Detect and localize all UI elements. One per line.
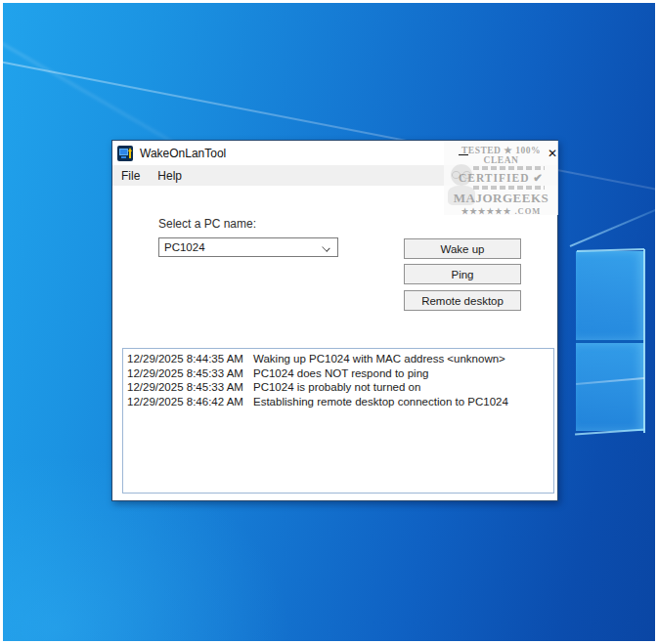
remote-desktop-button[interactable]: Remote desktop bbox=[404, 290, 521, 311]
wakeonlantool-window: WakeOnLanTool TESTED ★ 100% CLEAN CERTIF… bbox=[111, 140, 558, 501]
log-message: Waking up PC1024 with MAC address <unkno… bbox=[253, 352, 505, 366]
close-icon: ✕ bbox=[548, 147, 557, 160]
pc-name-combobox[interactable]: PC1024 bbox=[158, 237, 338, 257]
menu-item-help[interactable]: Help bbox=[149, 167, 191, 185]
log-timestamp: 12/29/2025 8:46:42 AM bbox=[127, 395, 253, 409]
windows-logo-pane-top bbox=[576, 251, 644, 340]
log-timestamp: 12/29/2025 8:44:35 AM bbox=[127, 352, 253, 366]
log-row[interactable]: 12/29/2025 8:45:33 AM PC1024 does NOT re… bbox=[127, 366, 549, 381]
windows-logo-edge bbox=[643, 249, 645, 433]
app-icon bbox=[117, 146, 133, 161]
log-message: PC1024 does NOT respond to ping bbox=[253, 366, 428, 381]
combobox-value: PC1024 bbox=[164, 241, 323, 253]
monitor-stand-icon bbox=[121, 156, 126, 158]
window-title: WakeOnLanTool bbox=[140, 147, 226, 160]
menu-bar: File Help bbox=[112, 165, 557, 186]
menu-item-file[interactable]: File bbox=[112, 167, 149, 185]
log-message: Establishing remote desktop connection t… bbox=[253, 395, 508, 409]
wake-up-button[interactable]: Wake up bbox=[404, 238, 521, 259]
windows-logo-divider bbox=[576, 340, 644, 343]
ping-button[interactable]: Ping bbox=[404, 264, 521, 284]
log-row[interactable]: 12/29/2025 8:44:35 AM Waking up PC1024 w… bbox=[127, 352, 549, 366]
wake-arrow-icon bbox=[128, 148, 132, 158]
chevron-down-icon bbox=[323, 243, 330, 251]
log-message: PC1024 is probably not turned on bbox=[253, 380, 420, 395]
desktop: WakeOnLanTool TESTED ★ 100% CLEAN CERTIF… bbox=[0, 0, 658, 644]
wallpaper-light-beam bbox=[570, 207, 658, 247]
minimize-icon bbox=[459, 154, 468, 155]
windows-logo-pane-bottom bbox=[576, 343, 644, 431]
select-pc-label: Select a PC name: bbox=[158, 217, 256, 231]
watermark-dashes bbox=[473, 186, 545, 190]
log-row[interactable]: 12/29/2025 8:46:42 AM Establishing remot… bbox=[127, 395, 549, 409]
watermark-com-text: ★★★★★★ .COM bbox=[444, 206, 558, 215]
log-row[interactable]: 12/29/2025 8:45:33 AM PC1024 is probably… bbox=[127, 380, 549, 395]
minimize-button[interactable] bbox=[448, 141, 479, 165]
log-timestamp: 12/29/2025 8:45:33 AM bbox=[127, 380, 253, 395]
log-listbox[interactable]: 12/29/2025 8:44:35 AM Waking up PC1024 w… bbox=[122, 348, 554, 494]
monitor-icon bbox=[119, 149, 128, 155]
watermark-majorgeeks-text: MAJORGEEKS bbox=[444, 191, 558, 206]
close-button[interactable]: ✕ bbox=[537, 141, 568, 165]
log-timestamp: 12/29/2025 8:45:33 AM bbox=[127, 366, 253, 381]
title-bar[interactable]: WakeOnLanTool bbox=[112, 141, 557, 165]
